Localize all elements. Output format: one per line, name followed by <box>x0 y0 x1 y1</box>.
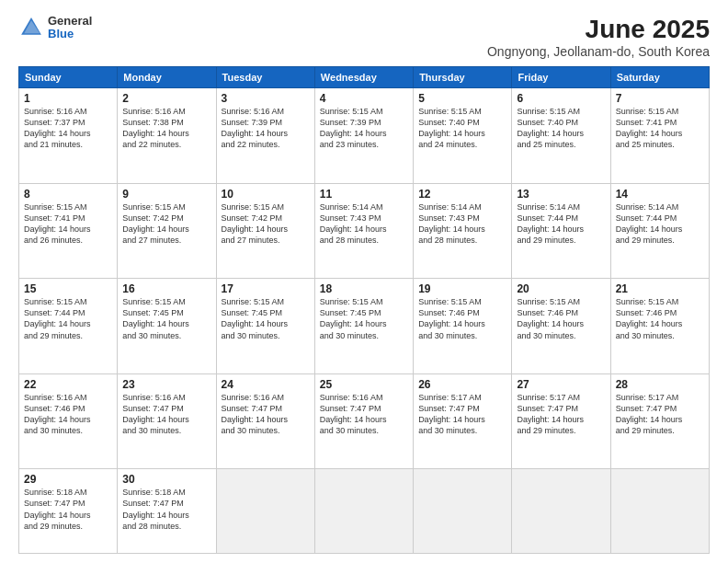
day-info: Sunrise: 5:15 AM Sunset: 7:46 PM Dayligh… <box>517 296 605 341</box>
col-wednesday: Wednesday <box>314 67 413 88</box>
table-row: 19Sunrise: 5:15 AM Sunset: 7:46 PM Dayli… <box>414 279 512 374</box>
day-info: Sunrise: 5:18 AM Sunset: 7:47 PM Dayligh… <box>24 487 112 532</box>
day-info: Sunrise: 5:14 AM Sunset: 7:43 PM Dayligh… <box>418 201 506 247</box>
day-number: 14 <box>616 188 704 201</box>
table-row: 10Sunrise: 5:15 AM Sunset: 7:42 PM Dayli… <box>216 183 314 279</box>
table-row: 5Sunrise: 5:15 AM Sunset: 7:40 PM Daylig… <box>414 88 512 184</box>
day-number: 21 <box>616 282 704 295</box>
day-number: 20 <box>517 282 605 295</box>
day-info: Sunrise: 5:14 AM Sunset: 7:44 PM Dayligh… <box>616 201 704 247</box>
table-row <box>414 469 512 554</box>
day-info: Sunrise: 5:15 AM Sunset: 7:41 PM Dayligh… <box>616 106 704 151</box>
day-number: 16 <box>122 282 210 295</box>
day-number: 24 <box>222 378 310 391</box>
day-number: 27 <box>517 378 605 391</box>
logo-blue: Blue <box>48 28 92 40</box>
day-number: 6 <box>517 92 605 105</box>
table-row: 25Sunrise: 5:16 AM Sunset: 7:47 PM Dayli… <box>314 373 413 469</box>
col-thursday: Thursday <box>414 67 512 88</box>
table-row: 26Sunrise: 5:17 AM Sunset: 7:47 PM Dayli… <box>414 373 512 469</box>
day-info: Sunrise: 5:18 AM Sunset: 7:47 PM Dayligh… <box>122 487 210 532</box>
day-number: 17 <box>222 282 310 295</box>
day-info: Sunrise: 5:15 AM Sunset: 7:44 PM Dayligh… <box>24 296 112 341</box>
page-title: June 2025 <box>487 15 710 44</box>
day-number: 3 <box>222 92 310 105</box>
day-info: Sunrise: 5:15 AM Sunset: 7:40 PM Dayligh… <box>517 106 605 151</box>
page-subtitle: Ongnyong, Jeollanam-do, South Korea <box>487 44 710 59</box>
day-info: Sunrise: 5:14 AM Sunset: 7:44 PM Dayligh… <box>517 201 605 247</box>
table-row: 2Sunrise: 5:16 AM Sunset: 7:38 PM Daylig… <box>118 88 216 184</box>
day-info: Sunrise: 5:17 AM Sunset: 7:47 PM Dayligh… <box>517 392 605 437</box>
col-monday: Monday <box>118 67 216 88</box>
table-row: 28Sunrise: 5:17 AM Sunset: 7:47 PM Dayli… <box>610 373 709 469</box>
table-row: 22Sunrise: 5:16 AM Sunset: 7:46 PM Dayli… <box>19 373 118 469</box>
table-row <box>512 469 610 554</box>
table-row: 21Sunrise: 5:15 AM Sunset: 7:46 PM Dayli… <box>610 279 709 374</box>
day-info: Sunrise: 5:16 AM Sunset: 7:39 PM Dayligh… <box>222 106 310 151</box>
calendar-body: 1Sunrise: 5:16 AM Sunset: 7:37 PM Daylig… <box>19 88 710 554</box>
table-row: 24Sunrise: 5:16 AM Sunset: 7:47 PM Dayli… <box>216 373 314 469</box>
table-row: 4Sunrise: 5:15 AM Sunset: 7:39 PM Daylig… <box>314 88 413 184</box>
day-number: 19 <box>418 282 506 295</box>
day-number: 7 <box>616 92 704 105</box>
table-row: 9Sunrise: 5:15 AM Sunset: 7:42 PM Daylig… <box>118 183 216 279</box>
day-number: 4 <box>320 92 408 105</box>
table-row: 3Sunrise: 5:16 AM Sunset: 7:39 PM Daylig… <box>216 88 314 184</box>
table-row: 23Sunrise: 5:16 AM Sunset: 7:47 PM Dayli… <box>118 373 216 469</box>
logo-text: General Blue <box>48 15 92 41</box>
table-row: 7Sunrise: 5:15 AM Sunset: 7:41 PM Daylig… <box>610 88 709 184</box>
day-info: Sunrise: 5:16 AM Sunset: 7:46 PM Dayligh… <box>24 392 112 437</box>
table-row: 30Sunrise: 5:18 AM Sunset: 7:47 PM Dayli… <box>118 469 216 554</box>
col-friday: Friday <box>512 67 610 88</box>
col-tuesday: Tuesday <box>216 67 314 88</box>
col-sunday: Sunday <box>19 67 118 88</box>
table-row: 27Sunrise: 5:17 AM Sunset: 7:47 PM Dayli… <box>512 373 610 469</box>
table-row: 15Sunrise: 5:15 AM Sunset: 7:44 PM Dayli… <box>19 279 118 374</box>
table-row: 1Sunrise: 5:16 AM Sunset: 7:37 PM Daylig… <box>19 88 118 184</box>
day-info: Sunrise: 5:15 AM Sunset: 7:42 PM Dayligh… <box>122 201 210 247</box>
day-info: Sunrise: 5:16 AM Sunset: 7:47 PM Dayligh… <box>320 392 408 437</box>
day-number: 10 <box>222 188 310 201</box>
table-row: 12Sunrise: 5:14 AM Sunset: 7:43 PM Dayli… <box>414 183 512 279</box>
day-number: 30 <box>122 473 210 486</box>
table-row: 20Sunrise: 5:15 AM Sunset: 7:46 PM Dayli… <box>512 279 610 374</box>
day-number: 12 <box>418 188 506 201</box>
col-saturday: Saturday <box>610 67 709 88</box>
day-number: 1 <box>24 92 112 105</box>
day-number: 26 <box>418 378 506 391</box>
day-number: 15 <box>24 282 112 295</box>
table-row <box>610 469 709 554</box>
calendar-table: Sunday Monday Tuesday Wednesday Thursday… <box>18 66 710 554</box>
logo: General Blue <box>18 15 92 41</box>
day-number: 5 <box>418 92 506 105</box>
table-row: 11Sunrise: 5:14 AM Sunset: 7:43 PM Dayli… <box>314 183 413 279</box>
day-number: 11 <box>320 188 408 201</box>
table-row <box>216 469 314 554</box>
page: General Blue June 2025 Ongnyong, Jeollan… <box>0 0 728 563</box>
day-number: 28 <box>616 378 704 391</box>
day-number: 23 <box>122 378 210 391</box>
day-info: Sunrise: 5:15 AM Sunset: 7:45 PM Dayligh… <box>122 296 210 341</box>
day-info: Sunrise: 5:15 AM Sunset: 7:39 PM Dayligh… <box>320 106 408 151</box>
day-info: Sunrise: 5:16 AM Sunset: 7:47 PM Dayligh… <box>122 392 210 437</box>
header: General Blue June 2025 Ongnyong, Jeollan… <box>18 15 710 59</box>
day-info: Sunrise: 5:15 AM Sunset: 7:46 PM Dayligh… <box>616 296 704 341</box>
day-info: Sunrise: 5:16 AM Sunset: 7:47 PM Dayligh… <box>222 392 310 437</box>
day-info: Sunrise: 5:15 AM Sunset: 7:41 PM Dayligh… <box>24 201 112 247</box>
day-info: Sunrise: 5:17 AM Sunset: 7:47 PM Dayligh… <box>616 392 704 437</box>
table-row: 8Sunrise: 5:15 AM Sunset: 7:41 PM Daylig… <box>19 183 118 279</box>
day-info: Sunrise: 5:15 AM Sunset: 7:46 PM Dayligh… <box>418 296 506 341</box>
day-number: 29 <box>24 473 112 486</box>
day-number: 2 <box>122 92 210 105</box>
day-info: Sunrise: 5:16 AM Sunset: 7:38 PM Dayligh… <box>122 106 210 151</box>
day-info: Sunrise: 5:15 AM Sunset: 7:42 PM Dayligh… <box>222 201 310 247</box>
day-number: 18 <box>320 282 408 295</box>
table-row: 6Sunrise: 5:15 AM Sunset: 7:40 PM Daylig… <box>512 88 610 184</box>
day-number: 8 <box>24 188 112 201</box>
title-block: June 2025 Ongnyong, Jeollanam-do, South … <box>487 15 710 59</box>
day-number: 25 <box>320 378 408 391</box>
day-info: Sunrise: 5:17 AM Sunset: 7:47 PM Dayligh… <box>418 392 506 437</box>
table-row: 29Sunrise: 5:18 AM Sunset: 7:47 PM Dayli… <box>19 469 118 554</box>
calendar-header-row: Sunday Monday Tuesday Wednesday Thursday… <box>19 67 710 88</box>
day-number: 13 <box>517 188 605 201</box>
